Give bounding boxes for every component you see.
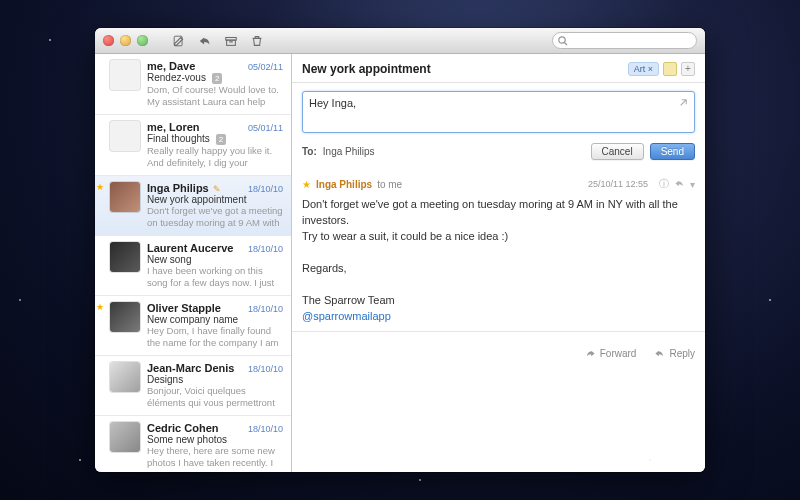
message-row[interactable]: me, Loren05/01/11Final thoughts2Really r… [95, 115, 291, 176]
forward-label: Forward [600, 348, 637, 359]
message-date: 18/10/10 [248, 184, 283, 194]
message-from: me, Loren [147, 121, 200, 133]
body-handle-link[interactable]: @sparrowmailapp [302, 310, 391, 322]
count-badge: 2 [212, 73, 222, 84]
archive-icon[interactable] [224, 34, 238, 48]
forward-icon [585, 348, 596, 359]
thread-to: to me [377, 179, 402, 190]
body-line: Try to wear a suit, it could be a nice i… [302, 229, 695, 245]
message-list[interactable]: me, Dave05/02/11Rendez-vous2Dom, Of cour… [95, 54, 292, 472]
divider [292, 331, 705, 332]
search-input[interactable] [571, 35, 690, 46]
body-line: Don't forget we've got a meeting on tues… [302, 197, 695, 229]
star-icon[interactable]: ★ [302, 179, 311, 190]
mail-window: me, Dave05/02/11Rendez-vous2Dom, Of cour… [95, 28, 705, 472]
message-subject: Some new photos [147, 434, 227, 445]
reply-compose [302, 91, 695, 135]
message-from: Oliver Stapple [147, 302, 221, 314]
compose-icon[interactable] [172, 34, 186, 48]
message-detail: New york appointment Art × + To: Inga Ph… [292, 54, 705, 472]
message-row[interactable]: Laurent Aucerve18/10/10New songI have be… [95, 236, 291, 296]
body-signature: The Sparrow Team [302, 293, 695, 309]
avatar [110, 182, 140, 212]
svg-rect-2 [227, 40, 236, 45]
message-body: Don't forget we've got a meeting on tues… [302, 197, 695, 325]
body-regards: Regards, [302, 261, 695, 277]
to-value: Inga Philips [323, 146, 375, 157]
message-subject: New york appointment [147, 194, 247, 205]
count-badge: 2 [216, 134, 226, 145]
star-icon[interactable]: ★ [96, 182, 104, 192]
info-icon[interactable]: ⓘ [659, 177, 669, 191]
message-date: 18/10/10 [248, 364, 283, 374]
avatar [110, 302, 140, 332]
message-subject: Designs [147, 374, 183, 385]
send-button[interactable]: Send [650, 143, 695, 160]
close-window-button[interactable] [103, 35, 114, 46]
titlebar [95, 28, 705, 54]
message-preview: Don't forget we've got a meeting on tues… [147, 205, 283, 229]
toolbar-actions [172, 34, 264, 48]
thread-date: 25/10/11 12:55 [588, 179, 648, 189]
minimize-window-button[interactable] [120, 35, 131, 46]
popout-icon[interactable] [678, 97, 689, 110]
message-meta: me, Loren05/01/11Final thoughts2Really r… [147, 121, 283, 169]
forward-button[interactable]: Forward [585, 348, 637, 359]
label-tag[interactable]: Art × [628, 62, 659, 76]
message-from: Laurent Aucerve [147, 242, 233, 254]
svg-point-4 [559, 37, 565, 43]
more-icon[interactable]: ▾ [690, 179, 695, 190]
message-meta: Oliver Stapple18/10/10New company nameHe… [147, 302, 283, 349]
message-actions: Forward Reply [302, 338, 695, 363]
avatar [110, 422, 140, 452]
search-field[interactable] [552, 32, 697, 49]
reply-button[interactable]: Reply [654, 348, 695, 359]
message-preview: Really really happy you like it. And def… [147, 145, 283, 169]
avatar [110, 121, 140, 151]
reply-icon[interactable] [198, 34, 212, 48]
svg-line-5 [565, 43, 568, 46]
message-date: 18/10/10 [248, 424, 283, 434]
traffic-lights [103, 35, 148, 46]
detail-subject: New york appointment [302, 62, 624, 76]
label-color-button[interactable] [663, 62, 677, 76]
message-date: 18/10/10 [248, 244, 283, 254]
message-meta: Laurent Aucerve18/10/10New songI have be… [147, 242, 283, 289]
message-preview: Hey there, here are some new photos I ha… [147, 445, 283, 469]
reply-label: Reply [669, 348, 695, 359]
message-preview: I have been working on this song for a f… [147, 265, 283, 289]
message-meta: Cedric Cohen18/10/10Some new photosHey t… [147, 422, 283, 469]
thread-meta: ★ Inga Philips to me 25/10/11 12:55 ⓘ ▾ [302, 174, 695, 197]
trash-icon[interactable] [250, 34, 264, 48]
detail-header: New york appointment Art × + [292, 54, 705, 83]
message-subject: Rendez-vous [147, 72, 206, 83]
message-date: 18/10/10 [248, 304, 283, 314]
message-meta: Inga Philips✎18/10/10New york appointmen… [147, 182, 283, 229]
message-row[interactable]: ★Oliver Stapple18/10/10New company nameH… [95, 296, 291, 356]
message-row[interactable]: Jean-Marc Denis18/10/10DesignsBonjour, V… [95, 356, 291, 416]
reply-icon-small[interactable] [674, 178, 685, 191]
message-preview: Bonjour, Voici quelques éléments qui vou… [147, 385, 283, 409]
compose-textarea[interactable] [302, 91, 695, 133]
message-row[interactable]: ★Inga Philips✎18/10/10New york appointme… [95, 176, 291, 236]
avatar [110, 362, 140, 392]
avatar [110, 60, 140, 90]
cancel-button[interactable]: Cancel [591, 143, 644, 160]
message-from: me, Dave [147, 60, 195, 72]
message-preview: Hey Dom, I have finally found the name f… [147, 325, 283, 349]
message-row[interactable]: Cedric Cohen18/10/10Some new photosHey t… [95, 416, 291, 472]
zoom-window-button[interactable] [137, 35, 148, 46]
reply-icon [654, 348, 665, 359]
add-label-button[interactable]: + [681, 62, 695, 76]
message-meta: me, Dave05/02/11Rendez-vous2Dom, Of cour… [147, 60, 283, 108]
message-subject: Final thoughts [147, 133, 210, 144]
message-row[interactable]: me, Dave05/02/11Rendez-vous2Dom, Of cour… [95, 54, 291, 115]
thread-from: Inga Philips [316, 179, 372, 190]
star-icon[interactable]: ★ [96, 302, 104, 312]
message-preview: Dom, Of course! Would love to. My assist… [147, 84, 283, 108]
thread-body: ★ Inga Philips to me 25/10/11 12:55 ⓘ ▾ … [292, 168, 705, 472]
draft-icon: ✎ [213, 184, 221, 194]
compose-to-row: To: Inga Philips Cancel Send [292, 139, 705, 168]
message-meta: Jean-Marc Denis18/10/10DesignsBonjour, V… [147, 362, 283, 409]
message-from: Cedric Cohen [147, 422, 219, 434]
